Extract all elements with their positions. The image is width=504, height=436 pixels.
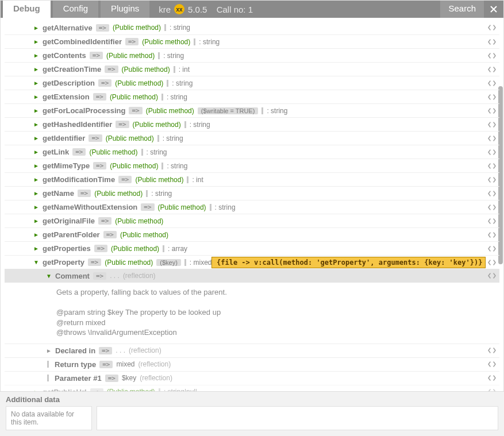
expand-icon[interactable]: ►	[33, 204, 39, 210]
expand-icon[interactable]: ►	[33, 149, 39, 155]
parameter-row[interactable]: Parameter #1=>$key(reflection)	[5, 371, 499, 385]
link-icon[interactable]	[488, 67, 499, 72]
expand-icon[interactable]: ►	[33, 231, 39, 238]
link-icon[interactable]	[488, 149, 499, 155]
code-tooltip: {file -> v:call(method: 'getProperty', a…	[211, 257, 486, 268]
expand-icon[interactable]: ►	[33, 52, 39, 59]
method-row[interactable]: ►getParentFolder=>(Public method)	[5, 227, 499, 241]
method-row[interactable]: ►getMimeType=>(Public method): string	[5, 159, 499, 172]
expand-icon[interactable]: ►	[33, 94, 39, 100]
separator-icon	[210, 204, 211, 211]
separator-icon	[161, 94, 163, 101]
method-row[interactable]: ►getAlternative=>(Public method): string	[5, 21, 499, 34]
declared-in-row[interactable]: ►Declared in=>. . .(reflection)	[5, 344, 499, 357]
method-row[interactable]: ►getName=>(Public method): string	[5, 186, 499, 200]
method-row[interactable]: ►getIdentifier=>(Public method): string	[5, 131, 499, 145]
arrow-icon: =>	[116, 121, 129, 128]
return-type-row[interactable]: Return type=>mixed(reflection)	[5, 357, 499, 371]
comment-row[interactable]: ▼Comment=>. . .(reflection)	[5, 269, 499, 283]
link-icon[interactable]	[488, 108, 499, 114]
method-row[interactable]: ►getNameWithoutExtension=>(Public method…	[5, 200, 499, 214]
method-row[interactable]: ►getCombinedIdentifier=>(Public method):…	[5, 34, 499, 48]
method-row[interactable]: ▼getProperty=>(Public method)($key): mix…	[5, 255, 499, 269]
tab-config[interactable]: Config	[53, 1, 98, 18]
link-icon[interactable]	[488, 260, 499, 265]
link-icon[interactable]	[488, 348, 499, 353]
expand-icon[interactable]: ►	[33, 218, 39, 224]
link-icon[interactable]	[488, 122, 499, 128]
link-icon[interactable]	[488, 191, 499, 196]
link-icon[interactable]	[488, 361, 499, 367]
return-type: : string	[215, 203, 236, 211]
separator-icon	[141, 149, 143, 156]
separator-icon	[47, 361, 49, 368]
close-icon[interactable]	[484, 1, 503, 18]
expand-icon[interactable]: ▼	[46, 273, 52, 279]
link-icon[interactable]	[488, 39, 499, 45]
tab-debug[interactable]: Debug	[3, 1, 51, 18]
link-icon[interactable]	[488, 273, 499, 279]
expand-icon[interactable]: ►	[33, 245, 39, 252]
expand-icon[interactable]: ►	[46, 348, 52, 354]
method-row[interactable]: ►getOriginalFile=>(Public method)	[5, 214, 499, 227]
link-icon[interactable]	[488, 25, 499, 30]
arrow-icon: =>	[93, 162, 106, 169]
expand-icon[interactable]: ►	[33, 80, 39, 86]
link-icon[interactable]	[488, 246, 499, 252]
expand-icon[interactable]: ►	[33, 135, 39, 141]
method-row[interactable]: ►getModificationTime=>(Public method): i…	[5, 172, 499, 186]
value: $key	[122, 374, 136, 382]
link-icon[interactable]	[488, 177, 499, 183]
return-type: : string	[147, 148, 167, 156]
visibility-label: (Public method)	[115, 79, 163, 87]
separator-icon	[184, 259, 186, 266]
expand-icon[interactable]: ►	[33, 38, 39, 45]
link-icon[interactable]	[488, 163, 499, 169]
link-icon[interactable]	[488, 80, 499, 86]
link-icon[interactable]	[488, 205, 499, 210]
arrow-icon: =>	[99, 361, 113, 368]
separator-icon	[163, 245, 164, 252]
expand-icon[interactable]: ▼	[33, 259, 39, 265]
method-row[interactable]: ►getLink=>(Public method): string	[5, 145, 499, 159]
label: Return type	[55, 360, 96, 369]
return-type: : int	[192, 176, 203, 184]
method-row[interactable]: ►getDescription=>(Public method): string	[5, 76, 499, 90]
link-icon[interactable]	[488, 136, 499, 141]
separator-icon	[261, 107, 263, 114]
arrow-icon: =>	[118, 176, 132, 183]
method-row[interactable]: ►getExtension=>(Public method): string	[5, 90, 499, 103]
return-type: : string	[267, 107, 287, 115]
separator-icon	[194, 38, 195, 45]
link-icon[interactable]	[488, 94, 499, 100]
return-type: : string	[172, 79, 193, 87]
link-icon[interactable]	[488, 375, 499, 381]
source-label: (reflection)	[138, 360, 171, 368]
expand-icon[interactable]: ►	[33, 190, 39, 196]
search-button[interactable]: Search	[440, 1, 484, 18]
additional-data-content	[97, 406, 498, 430]
method-row[interactable]: ►getContents=>(Public method): string	[5, 48, 499, 62]
link-icon[interactable]	[488, 232, 499, 238]
visibility-label: (Public method)	[146, 107, 194, 115]
source-label: (reflection)	[140, 374, 172, 382]
expand-icon[interactable]: ►	[33, 66, 39, 72]
separator-icon	[184, 121, 186, 128]
separator-icon	[47, 375, 49, 381]
param-label: ($key)	[156, 259, 181, 266]
method-row[interactable]: ►getCreationTime=>(Public method): int	[5, 62, 499, 76]
link-icon[interactable]	[488, 218, 499, 224]
expand-icon[interactable]: ►	[33, 25, 39, 31]
expand-icon[interactable]: ►	[33, 163, 39, 169]
method-row[interactable]: ►getHashedIdentifier=>(Public method): s…	[5, 117, 499, 131]
tab-plugins[interactable]: Plugins	[101, 1, 149, 18]
link-icon[interactable]	[488, 53, 499, 59]
expand-icon[interactable]: ►	[33, 107, 39, 114]
method-row[interactable]: ►getProperties=>(Public method): array	[5, 241, 499, 255]
arrow-icon: =>	[98, 217, 111, 225]
method-row[interactable]: ►getForLocalProcessing=>(Public method)(…	[5, 103, 499, 117]
arrow-icon: =>	[103, 231, 117, 238]
method-row[interactable]: ►getPublicUrl=>(Public method): string|n…	[5, 385, 499, 391]
expand-icon[interactable]: ►	[33, 121, 39, 128]
expand-icon[interactable]: ►	[33, 176, 39, 183]
